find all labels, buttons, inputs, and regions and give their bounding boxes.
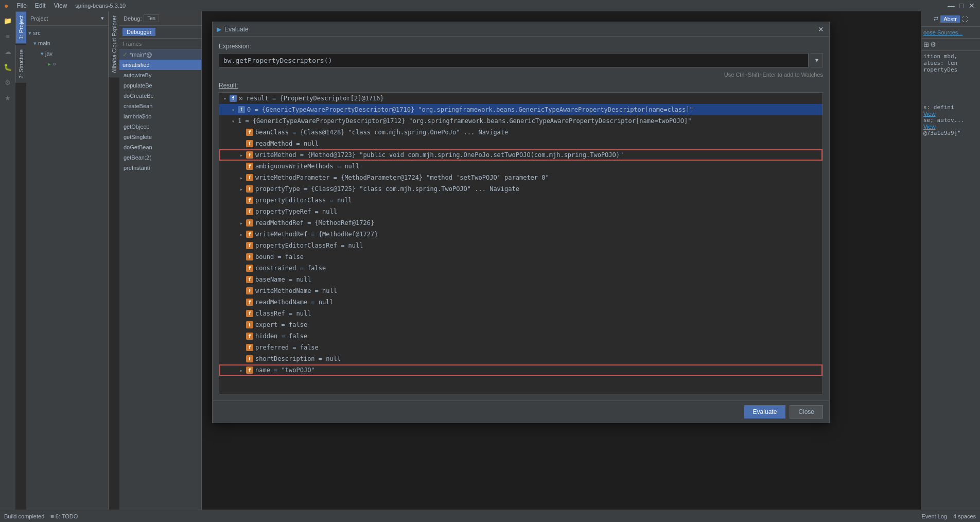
tree-row[interactable]: ▸fwriteMethod = {Method@1723} "public vo… (219, 149, 822, 161)
translate-icon[interactable]: ⇄ (934, 15, 938, 22)
field-icon: f (246, 129, 253, 136)
right-panel-view-link1[interactable]: View (923, 111, 978, 117)
tree-row[interactable]: ▸fpreferred = false (219, 342, 822, 353)
tree-row[interactable]: ▸fbeanClass = {Class@1428} "class com.mj… (219, 127, 822, 138)
maximize-button[interactable]: □ (957, 2, 966, 10)
debug-item-docreate[interactable]: doCreateBe (119, 91, 201, 101)
sidebar-debug-icon[interactable]: 🐛 (1, 60, 15, 74)
expand-btn[interactable]: ▸ (238, 174, 245, 181)
modal-close-btn[interactable]: ✕ (817, 25, 825, 33)
tree-row[interactable]: ▸fpropertyTypeRef = null (219, 206, 822, 217)
todo-item[interactable]: ≡ 6: TODO (50, 513, 78, 519)
sidebar-project-icon[interactable]: 📁 (1, 13, 15, 28)
field-icon: f (246, 333, 253, 340)
spaces-item[interactable]: 4 spaces (953, 513, 976, 519)
tree-row[interactable]: ▸fshortDescription = null (219, 353, 822, 364)
structure-tab[interactable]: 2: Structure (15, 45, 26, 83)
expression-dropdown-btn[interactable]: ▾ (811, 53, 823, 67)
tree-row[interactable]: ▸fwriteMethodParameter = {MethodParamete… (219, 172, 822, 183)
tree-row[interactable]: ▸freadMethod = null (219, 138, 822, 149)
right-panel-view-link2[interactable]: View (923, 124, 978, 130)
tree-row[interactable]: ▾f0 = {GenericTypeAwarePropertyDescripto… (219, 104, 822, 115)
tree-row[interactable]: ▸fambiguousWriteMethods = null (219, 161, 822, 172)
tree-row[interactable]: ▸fpropertyEditorClass = null (219, 195, 822, 206)
tree-row[interactable]: ▸fbound = false (219, 251, 822, 263)
debug-item-label: lambda$do (124, 113, 151, 119)
tree-item-main[interactable]: ▾ main (26, 38, 108, 48)
tree-row[interactable]: ▸fconstrained = false (219, 263, 822, 274)
minimize-button[interactable]: — (947, 2, 955, 10)
expand-btn[interactable]: ▸ (238, 367, 245, 374)
close-button[interactable]: ✕ (968, 2, 976, 10)
expand-btn[interactable]: ▸ (238, 185, 245, 193)
result-tree[interactable]: ▾f∞ result = {PropertyDescriptor[2]@1716… (219, 92, 823, 394)
expand-btn[interactable]: ▸ (238, 231, 245, 238)
debug-item-main[interactable]: ✓ *main*@ (119, 49, 201, 60)
tree-row[interactable]: ▸fhidden = false (219, 330, 822, 342)
project-dropdown-icon[interactable]: ▾ (101, 15, 104, 22)
debug-item-lambda[interactable]: lambda$do (119, 111, 201, 121)
tree-row[interactable]: ▸fbaseName = null (219, 274, 822, 285)
tree-row[interactable]: ▾1 = {GenericTypeAwarePropertyDescriptor… (219, 115, 822, 127)
debug-item-populate[interactable]: populateBe (119, 80, 201, 91)
right-panel-body: ition mbd, alues: len ropertyDes s: defi… (921, 51, 980, 510)
panel-expand-icon[interactable]: ⛶ (962, 16, 968, 22)
debug-item-unsatisfied[interactable]: unsatisfied (119, 60, 201, 70)
debugger-btn[interactable]: Debugger (122, 28, 155, 36)
project-tab[interactable]: 1: Project (15, 11, 26, 43)
tree-row[interactable]: ▸fexpert = false (219, 319, 822, 330)
debug-item-getbean[interactable]: getBean:2( (119, 152, 201, 163)
debug-item-createbean[interactable]: createBean (119, 101, 201, 111)
project-panel-title: Project ▾ (26, 11, 108, 26)
tree-item-java[interactable]: ▾ jav (26, 48, 108, 59)
tree-row[interactable]: ▾f∞ result = {PropertyDescriptor[2]@1716… (219, 93, 822, 104)
field-icon: f (246, 276, 253, 283)
menu-edit[interactable]: Edit (31, 1, 50, 10)
tree-row[interactable]: ▸fpropertyType = {Class@1725} "class com… (219, 183, 822, 195)
tree-label: main (38, 40, 50, 46)
menu-view[interactable]: View (50, 1, 72, 10)
tree-text: name = "twoPOJO" (255, 367, 315, 374)
filter-icon[interactable]: ⊞ (923, 41, 929, 48)
debug-item-label: getObject: (124, 124, 149, 130)
settings-icon-right[interactable]: ⚙ (930, 41, 936, 48)
sidebar-favorites-icon[interactable]: ★ (1, 91, 15, 105)
debug-item-getsingleton[interactable]: getSinglete (119, 132, 201, 142)
tree-row[interactable]: ▸fwriteMethodRef = {MethodRef@1727} (219, 229, 822, 240)
sidebar-cloud-icon[interactable]: ☁ (1, 44, 15, 59)
debug-item-autowire[interactable]: autowireBy (119, 70, 201, 80)
tree-row[interactable]: ▸freadMethodRef = {MethodRef@1726} (219, 217, 822, 229)
tree-row[interactable]: ▸fname = "twoPOJO" (219, 364, 822, 376)
evaluate-button[interactable]: Evaluate (744, 405, 786, 419)
right-panel-top: ⇄ Abstr ⛶ (921, 11, 980, 27)
expand-btn[interactable]: ▾ (230, 117, 237, 125)
debug-item-getobject[interactable]: getObject: (119, 121, 201, 132)
tree-item-class[interactable]: ▸ ○ (26, 59, 108, 69)
debug-tab-label[interactable]: Tes (144, 14, 159, 22)
field-icon: f (246, 344, 253, 351)
expand-btn[interactable]: ▸ (238, 219, 245, 227)
alibaba-cloud-tab[interactable]: Alibaba Cloud Explorer (109, 11, 119, 78)
expand-btn[interactable]: ▾ (230, 106, 237, 113)
tree-row[interactable]: ▸freadMethodName = null (219, 297, 822, 308)
debug-header: Debug: Tes (119, 11, 201, 26)
debug-item-preinstanti[interactable]: preInstanti (119, 163, 201, 173)
debug-item-label: doGetBean (124, 144, 152, 150)
right-panel-line1: ition mbd, (923, 53, 978, 60)
right-panel-line7: @73a1e9a9]" (923, 130, 978, 136)
abstr-btn[interactable]: Abstr (940, 15, 960, 23)
tree-item-src[interactable]: ▾ src (26, 28, 108, 38)
debug-item-dogetbean[interactable]: doGetBean (119, 142, 201, 152)
modal-close-button[interactable]: Close (790, 405, 823, 419)
tree-row[interactable]: ▸fclassRef = null (219, 308, 822, 319)
event-log-item[interactable]: Event Log (921, 513, 947, 519)
choose-sources-link[interactable]: oose Sources... (923, 29, 962, 36)
tree-row[interactable]: ▸fwriteMethodName = null (219, 285, 822, 297)
expression-input[interactable] (219, 53, 809, 67)
sidebar-settings-icon[interactable]: ⚙ (1, 75, 15, 90)
tree-row[interactable]: ▸fpropertyEditorClassRef = null (219, 240, 822, 251)
expand-btn[interactable]: ▸ (238, 151, 245, 159)
sidebar-structure-icon[interactable]: ≡ (1, 29, 15, 43)
menu-file[interactable]: File (12, 1, 30, 10)
expand-btn[interactable]: ▾ (221, 95, 229, 102)
